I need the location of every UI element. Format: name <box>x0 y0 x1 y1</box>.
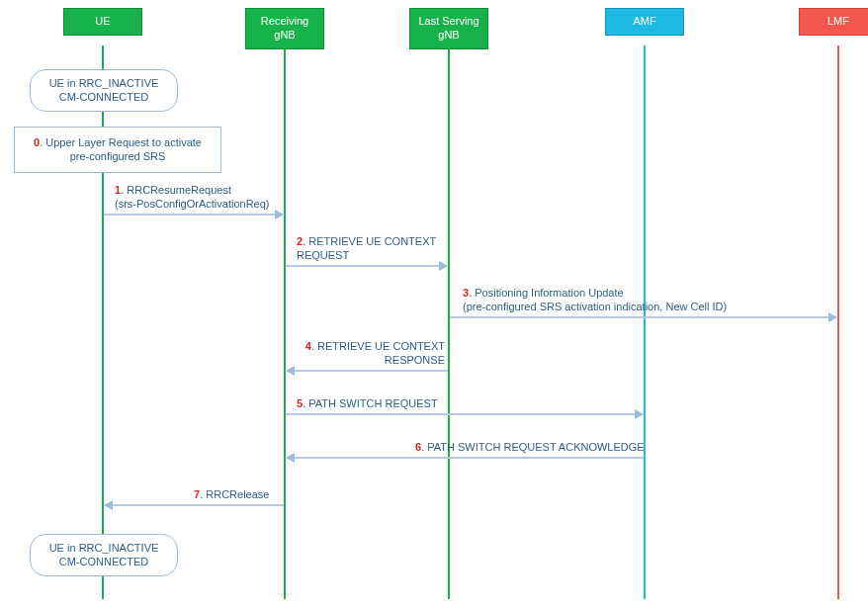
note-step-0: 0. Upper Layer Request to activatepre-co… <box>14 127 221 173</box>
participant-amf-label: AMF <box>633 15 655 27</box>
msg-5-text: . PATH SWITCH REQUEST <box>303 397 438 409</box>
participant-lsgnb: Last ServinggNB <box>409 8 488 49</box>
state-bottom-text: UE in RRC_INACTIVECM-CONNECTED <box>49 542 159 567</box>
msg-4-text: . RETRIEVE UE CONTEXTRESPONSE <box>311 340 445 366</box>
participant-rgnb: ReceivinggNB <box>245 8 324 49</box>
arrow-7 <box>105 504 284 506</box>
msg-7-text: . RRCRelease <box>200 488 269 500</box>
msg-2-text: . RETRIEVE UE CONTEXTREQUEST <box>297 235 436 261</box>
msg-5-label: 5. PATH SWITCH REQUEST <box>297 397 438 411</box>
note-0-text: . Upper Layer Request to activatepre-con… <box>40 136 202 162</box>
participant-lmf-label: LMF <box>827 15 849 27</box>
state-top: UE in RRC_INACTIVECM-CONNECTED <box>30 69 178 112</box>
participant-amf: AMF <box>605 8 684 36</box>
arrow-4 <box>287 370 448 372</box>
msg-1-text: . RRCResumeRequest(srs-PosConfigOrActiva… <box>115 184 270 210</box>
msg-6-label: 6. PATH SWITCH REQUEST ACKNOWLEDGE <box>415 441 645 455</box>
arrow-5 <box>286 413 643 415</box>
msg-1-label: 1. RRCResumeRequest(srs-PosConfigOrActiv… <box>115 184 270 212</box>
state-bottom: UE in RRC_INACTIVECM-CONNECTED <box>30 534 178 576</box>
msg-3-label: 3. Positioning Information Update(pre-co… <box>463 287 727 314</box>
lifeline-lmf <box>837 45 839 599</box>
participant-lsgnb-label: Last ServinggNB <box>418 15 478 41</box>
participant-ue: UE <box>63 8 142 36</box>
arrow-1 <box>104 214 283 216</box>
msg-2-label: 2. RETRIEVE UE CONTEXTREQUEST <box>297 235 436 263</box>
msg-6-text: . PATH SWITCH REQUEST ACKNOWLEDGE <box>421 441 645 453</box>
participant-rgnb-label: ReceivinggNB <box>261 15 308 41</box>
arrow-2 <box>286 265 447 267</box>
participant-ue-label: UE <box>95 15 110 27</box>
arrow-6 <box>287 457 644 459</box>
arrow-3 <box>450 316 836 318</box>
msg-4-label: 4. RETRIEVE UE CONTEXTRESPONSE <box>297 340 445 368</box>
lifeline-lsgnb <box>448 45 450 599</box>
lifeline-amf <box>644 45 646 599</box>
msg-7-label: 7. RRCRelease <box>194 488 269 502</box>
msg-3-text: . Positioning Information Update(pre-con… <box>463 287 727 312</box>
participant-lmf: LMF <box>799 8 868 36</box>
lifeline-rgnb <box>284 45 286 599</box>
state-top-text: UE in RRC_INACTIVECM-CONNECTED <box>49 77 159 103</box>
